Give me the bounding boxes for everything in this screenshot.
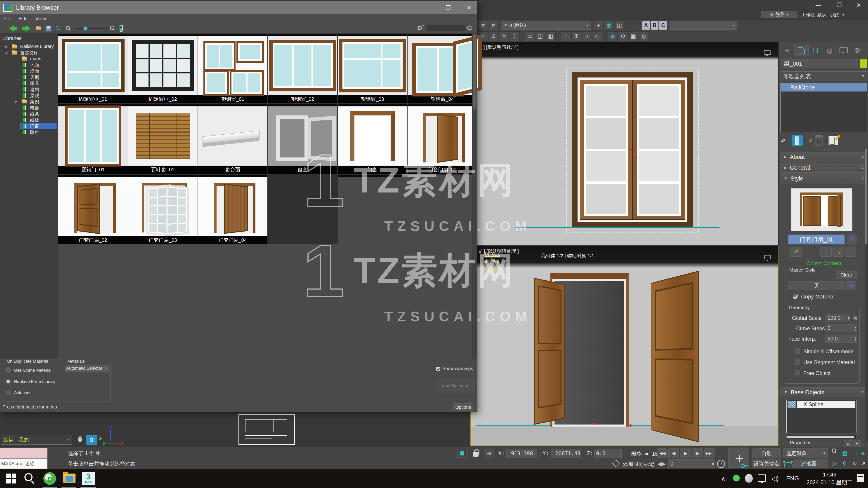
maximize-icon[interactable]: ❐ xyxy=(441,4,456,11)
scene-workspace-dropdown[interactable]: 默认 - 我的 ▼ xyxy=(1,435,72,445)
auto-key-button[interactable]: 自动 xyxy=(752,449,781,458)
toolbar-letter-c[interactable]: C xyxy=(659,21,667,30)
display-layers-icon[interactable] xyxy=(76,435,85,444)
tree-item-lines[interactable]: 线条 xyxy=(0,111,58,117)
render-setup-icon[interactable]: ⚙ xyxy=(618,31,628,41)
maximize-window-icon[interactable]: ❐ xyxy=(831,2,847,10)
left-viewport-region[interactable]: 默认 - 我的 ▼ ⧉ » Z y x xyxy=(0,412,470,447)
previous-frame-button[interactable]: ◀| xyxy=(669,449,679,458)
workspace-selector[interactable]: 工作区: 默认 - 我的 ▼ xyxy=(801,11,867,18)
style-help-button[interactable]: ? xyxy=(847,234,857,245)
ribbon-toggle-icon[interactable]: ⊞ xyxy=(571,31,581,41)
absolute-mode-icon[interactable]: ⊕ xyxy=(484,449,494,458)
library-item[interactable]: 固定窗框_01 xyxy=(58,34,128,103)
refresh-master-style-button[interactable]: ↻ xyxy=(846,281,856,290)
use-segment-material-checkbox[interactable] xyxy=(795,359,801,365)
show-end-result-icon[interactable] xyxy=(792,135,803,146)
scene-explorer-icon[interactable]: ≡ xyxy=(561,31,571,41)
modifier-stack[interactable]: RailClone xyxy=(780,83,867,132)
tree-item-ceiling[interactable]: 天棚 xyxy=(0,74,58,80)
render-previews-icon[interactable]: ⚙ xyxy=(417,25,422,32)
viewport-perspective[interactable]: 定义 ] [默认明暗处理 ] 组_001 42,254 26,252 几何体:1… xyxy=(470,246,778,446)
library-item[interactable]: 窗套 xyxy=(268,104,337,174)
edit-named-selections-icon[interactable]: ▭ xyxy=(525,31,535,41)
curve-steps-field[interactable]: 0 ▲▼ xyxy=(826,324,857,332)
tab-create[interactable]: ＋ xyxy=(780,45,794,56)
slider-thumb[interactable] xyxy=(84,26,88,31)
time-configuration-icon[interactable] xyxy=(717,460,725,468)
tab-hierarchy[interactable]: ⼌ xyxy=(809,45,823,56)
library-item[interactable]: 塑钢窗_02 xyxy=(268,34,337,103)
viewport-front[interactable]: 定义 ] [默认明暗处理 ] xyxy=(470,42,778,245)
zoom-extents-icon[interactable]: ⛶ xyxy=(850,449,860,458)
base-objects-list[interactable]: X Spline xyxy=(786,400,857,433)
options-button[interactable]: Options xyxy=(453,403,473,411)
free-object-checkbox[interactable] xyxy=(795,370,801,376)
tree-item-furniture[interactable]: 家具 xyxy=(0,80,58,86)
maxscript-mini-listener-white[interactable]: MAXScript 迷你 xyxy=(0,458,48,469)
library-item[interactable]: 门套门扇_01 xyxy=(408,104,477,174)
door-assembly-perspective[interactable] xyxy=(545,269,712,431)
menu-edit[interactable]: Edit xyxy=(19,16,28,22)
tree-item-railclone-library[interactable]: ▶ Railclone Library xyxy=(0,43,58,50)
make-unique-icon[interactable]: ⑂ xyxy=(808,137,812,144)
spinner-snap-icon[interactable]: ⇕ xyxy=(509,31,520,41)
export-selected-button[interactable]: → xyxy=(833,247,844,257)
set-keys-button[interactable]: ＋ xyxy=(728,448,749,468)
library-item[interactable]: 门套门扇_02 xyxy=(58,175,128,244)
base-objects-hscroll[interactable] xyxy=(786,435,857,439)
search-input[interactable] xyxy=(427,25,465,31)
clock[interactable]: 17:46 2024-01-10-星期三 xyxy=(805,471,855,486)
clear-master-style-button[interactable]: Clear xyxy=(836,271,857,279)
key-tangent-icon[interactable] xyxy=(783,460,793,468)
tray-chevron-icon[interactable]: ∧ xyxy=(721,475,725,482)
maxscript-mini-listener[interactable] xyxy=(0,448,48,458)
library-grid-scrollbar[interactable] xyxy=(472,34,477,359)
rollout-base-objects[interactable]: ▼ Base Objects xyxy=(780,387,867,397)
mirror-icon[interactable]: ◫ xyxy=(535,31,545,41)
toolbar-letter-b[interactable]: B xyxy=(651,21,659,30)
viewport-monitor-icon[interactable] xyxy=(764,255,771,259)
notification-center-icon[interactable] xyxy=(857,474,864,482)
current-frame-field[interactable]: 0 ▲▼ xyxy=(669,459,715,468)
coord-z-field[interactable]: 0.0 xyxy=(594,449,622,458)
menu-file[interactable]: File xyxy=(3,16,11,22)
minimize-icon[interactable]: — xyxy=(420,4,435,11)
login-dropdown[interactable]: ◉ 登录 ▼ xyxy=(761,11,798,18)
layer-dropdown[interactable]: ≡ 0 (默认) ▼ xyxy=(501,21,591,30)
tab-utilities[interactable]: ⚙ xyxy=(850,45,865,56)
rollout-style[interactable]: ▼ Style xyxy=(780,173,867,184)
library-item[interactable]: 门套门扇_04 xyxy=(198,175,268,244)
library-item[interactable]: 百叶窗_01 xyxy=(128,104,197,174)
tab-motion[interactable]: ◎ xyxy=(823,45,837,56)
materials-selector-dropdown[interactable]: Automatic Selector ▼ xyxy=(65,365,108,372)
library-item[interactable]: 塑钢窗_04 xyxy=(408,34,477,103)
load-selected-button[interactable]: Load Selected xyxy=(436,379,474,392)
taskbar-search-icon[interactable] xyxy=(24,473,34,483)
show-warnings-checkbox[interactable] xyxy=(436,367,440,371)
library-item[interactable]: 窗台面 xyxy=(198,104,268,174)
replace-from-library-radio[interactable] xyxy=(5,379,11,384)
set-key-button[interactable]: 设置关键点 xyxy=(752,459,781,468)
use-scene-material-radio[interactable] xyxy=(5,367,11,373)
back-icon[interactable] xyxy=(6,25,14,32)
coord-x-field[interactable]: -913.398 xyxy=(506,449,537,458)
library-item[interactable]: 门套门扇_03 xyxy=(128,175,197,244)
library-item[interactable]: 塑钢门_01 xyxy=(58,104,128,174)
go-to-end-button[interactable]: ▶▶| xyxy=(704,449,715,458)
command-panel-scrollbar[interactable] xyxy=(865,149,868,442)
selection-set-dropdown[interactable]: 选定对象 ▼ xyxy=(783,449,828,458)
tray-mouse-icon[interactable] xyxy=(745,474,753,483)
tree-item-floor[interactable]: 地面 xyxy=(0,62,58,68)
create-layer-icon[interactable]: ＋ xyxy=(594,21,603,30)
3dsmax-icon[interactable]: 3 MAX xyxy=(82,472,95,485)
volume-icon[interactable]: ◁) xyxy=(771,475,779,482)
refresh-icon[interactable]: ↻ xyxy=(56,25,61,32)
add-time-tag-label[interactable]: 添加时间标记 xyxy=(623,461,654,468)
copy-material-checkbox[interactable] xyxy=(793,293,798,299)
schematic-view-icon[interactable]: ◇ xyxy=(592,31,602,41)
percent-snap-icon[interactable]: % xyxy=(499,31,509,41)
tree-item-structure[interactable]: 建构 xyxy=(0,86,58,92)
walk-through-icon[interactable]: ⚲ xyxy=(840,459,849,468)
tree-item-custom-library[interactable]: ◢ 自定义库 xyxy=(0,50,58,56)
